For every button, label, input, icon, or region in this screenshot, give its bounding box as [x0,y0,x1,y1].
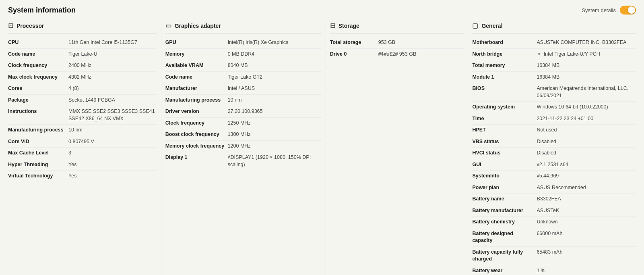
table-row: GUIv2.1.2531 s64 [472,159,636,171]
display-icon: ▭ [165,22,171,29]
table-row: Battery capacity fully charged65483 mAh [472,247,636,265]
row-label: Max clock frequency [8,74,68,81]
row-label: HPET [472,127,537,134]
graphics-header: ▭ Graphics adapter [165,19,322,34]
monitor-icon: ▢ [472,22,478,29]
table-row: North bridge▼ Intel Tiger Lake-U/Y PCH [472,49,636,60]
storage-header: ⊟ Storage [330,19,464,34]
storage-section: ⊟ Storage Total storage953 GBDrive 0#¢#u… [326,19,469,275]
row-value: 1250 MHz [228,120,322,127]
row-label: Code name [165,74,228,81]
table-row: Boost clock frequency1300 MHz [165,129,322,141]
general-section: ▢ General MotherboardASUSTeK COMPUTER IN… [468,19,640,275]
table-row: Manufacturing process10 nm [165,95,322,106]
row-value: Disabled [537,138,636,146]
row-label: Operating system [472,104,537,111]
table-row: Hyper ThreadingYes [8,159,157,171]
row-label: Clock frequency [8,62,68,69]
storage-title: Storage [339,23,359,29]
row-label: CPU [8,39,68,46]
row-label: Code name [8,51,68,58]
cpu-icon: ⊡ [8,22,13,29]
table-row: Time2021-11-22 23:24 +01:00 [472,113,636,125]
table-row: MotherboardASUSTeK COMPUTER INC. B3302FE… [472,37,636,49]
row-label: Package [8,97,68,104]
row-label: Battery manufacturer [472,207,537,215]
row-value: American Megatrends International, LLC. … [537,85,636,99]
table-row: Code nameTiger Lake GT2 [165,72,322,83]
general-title: General [481,23,502,29]
row-label: Clock frequency [165,120,228,127]
chevron-down-icon[interactable]: ▼ [537,51,543,57]
table-row: Display 1\\DISPLAY1 (1920 × 1080, 150% D… [165,152,322,170]
row-value: 11th Gen Intel Core i5-1135G7 [68,39,157,46]
table-row: Max Cache Level3 [8,148,157,159]
row-label: Battery chemistry [472,219,537,226]
table-row: VBS statusDisabled [472,136,636,148]
row-label: Time [472,115,537,123]
row-label: HVCI status [472,150,537,157]
processor-title: Processor [17,23,44,29]
table-row: Battery designed capacity66000 mAh [472,228,636,247]
row-value: #¢#u$2# 953 GB [378,51,464,58]
row-value: 10 nm [68,127,157,134]
row-value: v2.1.2531 s64 [537,161,636,169]
processor-rows: CPU11th Gen Intel Core i5-1135G7Code nam… [8,37,157,182]
content-area: ⊡ Processor CPU11th Gen Intel Core i5-11… [0,19,644,275]
row-value: Tiger Lake-U [68,51,157,58]
row-value: 2021-11-22 23:24 +01:00 [537,115,636,123]
row-value: Intel(R) Iris(R) Xe Graphics [228,39,322,46]
row-value: 1200 MHz [228,143,322,150]
table-row: Battery nameB3302FEA [472,194,636,205]
table-row: HVCI statusDisabled [472,148,636,159]
table-row: Battery manufacturerASUSTeK [472,205,636,217]
system-details-toggle[interactable] [620,6,636,15]
table-row: Manufacturing process10 nm [8,125,157,136]
graphics-rows: GPUIntel(R) Iris(R) Xe GraphicsMemory0 M… [165,37,322,170]
table-row: Driver version27.20.100.9365 [165,106,322,118]
graphics-section: ▭ Graphics adapter GPUIntel(R) Iris(R) X… [161,19,326,275]
table-row: Memory clock frequency1200 MHz [165,141,322,152]
row-value: 16384 MB [537,62,636,69]
row-label: Instructions [8,108,68,115]
table-row: Available VRAM8040 MB [165,60,322,72]
table-row: Cores4 (8) [8,83,157,95]
row-label: Battery designed capacity [472,230,537,244]
row-label: North bridge [472,51,537,58]
row-value: 1300 MHz [228,131,322,138]
row-label: Driver version [165,108,228,115]
row-value: Intel / ASUS [228,85,322,92]
row-value: 8040 MB [228,62,322,69]
table-row: Clock frequency1250 MHz [165,118,322,129]
row-value: Not used [537,127,636,134]
table-row: Clock frequency2400 MHz [8,60,157,72]
system-details-label: System details [582,7,616,13]
general-rows: MotherboardASUSTeK COMPUTER INC. B3302FE… [472,37,636,275]
row-value: 0 MB DDR4 [228,51,322,58]
table-row: SystemInfov5.44.969 [472,171,636,182]
table-row: Power planASUS Recommended [472,182,636,194]
row-value: Yes [68,173,157,180]
row-label: GPU [165,39,228,46]
page-title: System information [8,6,76,15]
row-value: ASUSTeK COMPUTER INC. B3302FEA [537,39,636,46]
table-row: Drive 0#¢#u$2# 953 GB [330,49,464,60]
row-label: SystemInfo [472,173,537,180]
row-label: Display 1 [165,154,228,161]
row-value: Tiger Lake GT2 [228,74,322,81]
row-value: 3 [68,150,157,157]
graphics-title: Graphics adapter [175,23,221,29]
table-row: Total memory16384 MB [472,60,636,72]
general-header: ▢ General [472,19,636,34]
row-label: Battery capacity fully charged [472,249,537,263]
hdd-icon: ⊟ [330,22,335,29]
row-label: Hyper Threading [8,161,68,169]
table-row: CPU11th Gen Intel Core i5-1135G7 [8,37,157,49]
row-value: 4302 MHz [68,74,157,81]
row-value: 66000 mAh [537,230,636,237]
row-label: Available VRAM [165,62,228,69]
table-row: Virtual TechnologyYes [8,171,157,182]
row-value: 16384 MB [537,74,636,81]
row-value: 953 GB [378,39,464,46]
processor-header: ⊡ Processor [8,19,157,34]
